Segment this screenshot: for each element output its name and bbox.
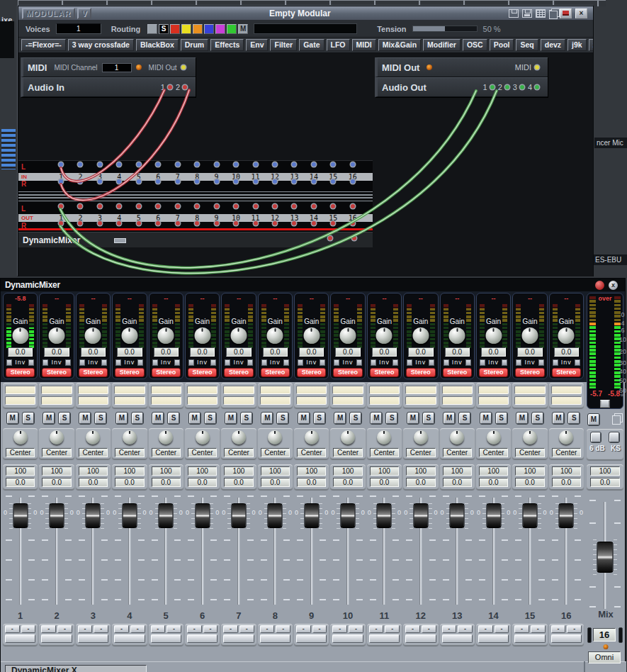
audio-in-jack[interactable] (183, 85, 187, 89)
channel-fader[interactable]: 0 0 (76, 494, 111, 609)
invert-left-button[interactable] (334, 359, 339, 366)
patch-in-jack[interactable] (195, 179, 199, 184)
patch-in-jack[interactable] (215, 162, 219, 167)
invert-left-button[interactable] (43, 359, 48, 366)
pan-value[interactable]: Center (224, 448, 253, 457)
tension-slider[interactable] (412, 26, 478, 32)
module-category-button[interactable]: LFO (327, 39, 350, 51)
invert-right-button[interactable] (65, 359, 71, 366)
channel-name-field[interactable] (5, 396, 35, 405)
invert-right-button[interactable] (283, 359, 289, 366)
channel-wide-button[interactable] (332, 634, 363, 643)
channel-wide-button[interactable] (442, 634, 473, 643)
patch-out-jack[interactable] (215, 221, 219, 225)
patch-out-jack[interactable] (59, 221, 63, 225)
send-value[interactable]: 100 (552, 466, 581, 476)
pan-value[interactable]: Center (552, 448, 581, 457)
fader-cap[interactable] (341, 503, 356, 528)
channel-name-field[interactable] (296, 386, 327, 394)
channel-wide-button[interactable] (478, 634, 509, 643)
channel-minus-button[interactable]: - (239, 625, 254, 633)
patch-in-jack[interactable] (59, 179, 63, 184)
midi-out-module[interactable]: MIDI Out MIDI (375, 57, 548, 77)
gain-value[interactable]: 0.0 (372, 347, 397, 357)
patch-in-jack[interactable] (156, 162, 160, 167)
patch-in-jack[interactable] (117, 162, 121, 167)
stereo-button[interactable]: Stereo (552, 368, 581, 377)
invert-right-button[interactable] (28, 359, 34, 366)
stereo-button[interactable]: Stereo (6, 368, 35, 377)
channel-wide-button[interactable] (369, 634, 400, 643)
mute-button[interactable]: M (261, 413, 273, 424)
gain-knob[interactable] (49, 327, 65, 344)
module-category-button[interactable]: Drum (181, 39, 208, 51)
gain-knob[interactable] (340, 327, 356, 344)
audio-in-jack[interactable] (168, 85, 172, 89)
invert-right-button[interactable] (465, 359, 471, 366)
pan-value[interactable]: Center (152, 448, 181, 457)
channel-fader[interactable]: 0 0 (294, 494, 329, 609)
stereo-button[interactable]: Stereo (370, 368, 399, 377)
level-value[interactable]: 0.0 (297, 478, 326, 487)
level-value[interactable]: 0.0 (115, 478, 144, 487)
master-fader-cap[interactable] (597, 542, 614, 573)
send-value[interactable]: 100 (261, 466, 290, 476)
minimize-button[interactable] (560, 9, 572, 18)
invert-right-button[interactable] (538, 359, 544, 366)
solo-button[interactable]: S (496, 413, 507, 424)
channel-name-field[interactable] (187, 396, 218, 405)
pages-icon[interactable] (549, 10, 556, 17)
module-category-button[interactable]: MIDI (352, 39, 376, 51)
channel-name-field[interactable] (442, 386, 473, 394)
gain-value[interactable]: 0.0 (44, 347, 69, 357)
gain-value[interactable]: 0.0 (81, 347, 106, 357)
mute-button[interactable]: M (553, 413, 564, 424)
gain-knob[interactable] (558, 327, 575, 344)
invert-left-button[interactable] (553, 359, 558, 366)
mute-button[interactable]: M (334, 413, 346, 424)
module-category-button[interactable]: j9k (567, 39, 587, 51)
channel-fader[interactable]: 0 0 (39, 494, 74, 609)
gain-value[interactable]: 0.0 (481, 347, 506, 357)
pan-knob[interactable] (50, 430, 64, 444)
patch-in-jack[interactable] (273, 162, 277, 167)
patch-out-jack[interactable] (78, 204, 82, 208)
gain-knob[interactable] (412, 327, 429, 344)
channel-name-field[interactable] (223, 386, 254, 394)
channel-name-field[interactable] (151, 386, 181, 394)
routing-slot[interactable] (193, 24, 203, 34)
module-category-button[interactable]: OSC (463, 39, 487, 51)
gain-knob[interactable] (158, 327, 174, 344)
fader-cap[interactable] (122, 503, 137, 528)
gain-value[interactable]: 0.0 (445, 347, 470, 357)
channel-fader[interactable]: 0 0 (149, 494, 183, 609)
channel-minus-button[interactable]: - (166, 625, 181, 633)
pan-value[interactable]: Center (6, 448, 35, 457)
channel-name-field[interactable] (78, 386, 108, 394)
channel-minus-button[interactable]: - (495, 625, 509, 633)
channel-fader[interactable]: 0 0 (3, 494, 38, 609)
patch-in-jack[interactable] (59, 162, 63, 167)
channel-minus-button[interactable]: - (21, 625, 36, 633)
gain-value[interactable]: 0.0 (154, 347, 179, 357)
send-value[interactable]: 100 (479, 466, 508, 476)
level-value[interactable]: 0.0 (443, 478, 472, 487)
channel-wide-button[interactable] (405, 634, 436, 643)
invert-right-button[interactable] (101, 359, 107, 366)
send-value[interactable]: 100 (42, 466, 71, 476)
module-category-button[interactable]: Filter (270, 39, 297, 51)
channel-name-field[interactable] (478, 396, 509, 405)
patch-out-jack[interactable] (78, 221, 82, 225)
stepper-increment[interactable] (618, 627, 623, 643)
pan-knob[interactable] (523, 430, 537, 444)
patch-out-jack[interactable] (176, 221, 180, 225)
pan-value[interactable]: Center (261, 448, 290, 457)
fader-cap[interactable] (486, 503, 501, 528)
routing-slot[interactable] (227, 24, 237, 34)
channel-minus-button[interactable]: - (57, 625, 72, 633)
channel-minus-button[interactable]: - (223, 625, 238, 633)
module-category-button[interactable]: Pool (490, 39, 514, 51)
invert-left-button[interactable] (407, 359, 412, 366)
audio-in-module[interactable]: Audio In 1 2 (21, 77, 196, 97)
invert-left-button[interactable] (115, 359, 121, 366)
